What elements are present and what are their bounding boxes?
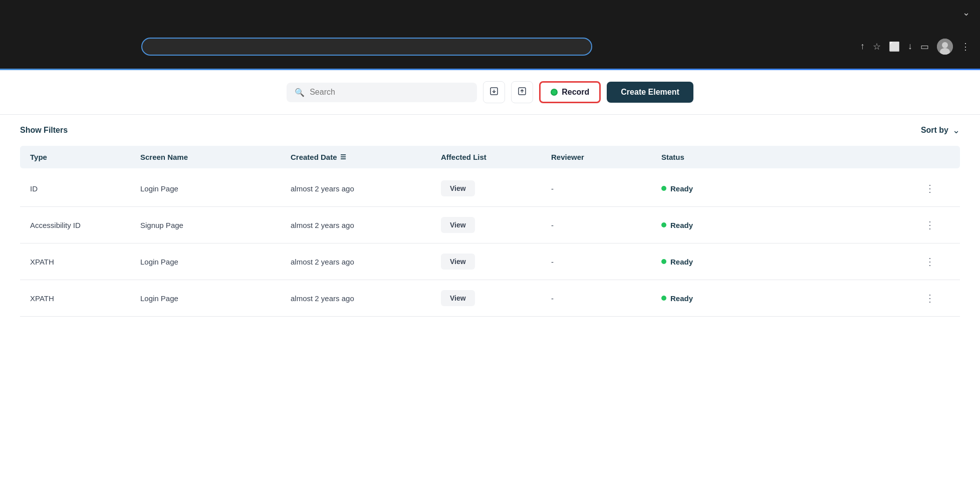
cell-created-date: almost 2 years ago bbox=[291, 294, 441, 303]
status-dot-icon bbox=[661, 259, 666, 264]
cell-affected-list: View bbox=[441, 254, 551, 270]
browser-divider bbox=[0, 69, 980, 70]
sort-by-chevron-icon: ⌄ bbox=[952, 125, 960, 136]
cell-more: ⋮ bbox=[925, 219, 950, 231]
cell-type: Accessibility ID bbox=[30, 221, 140, 229]
cell-status: Ready bbox=[661, 221, 925, 229]
table-row: XPATH Login Page almost 2 years ago View… bbox=[20, 280, 960, 317]
column-header-reviewer: Reviewer bbox=[551, 153, 661, 161]
table-header: Type Screen Name Created Date ☰ Affected… bbox=[20, 146, 960, 168]
avatar[interactable] bbox=[937, 39, 953, 55]
cell-screen-name: Login Page bbox=[140, 294, 291, 303]
column-header-affected-list: Affected List bbox=[441, 153, 551, 161]
cell-reviewer: - bbox=[551, 184, 661, 193]
more-menu-button[interactable]: ⋮ bbox=[925, 182, 935, 194]
column-header-screen-name: Screen Name bbox=[140, 153, 291, 161]
download-icon[interactable]: ↓ bbox=[908, 41, 912, 52]
view-button[interactable]: View bbox=[441, 290, 475, 306]
star-icon[interactable]: ☆ bbox=[873, 41, 881, 52]
cell-affected-list: View bbox=[441, 180, 551, 196]
status-dot-icon bbox=[661, 296, 666, 301]
toolbar: 🔍 Record Create Element bbox=[0, 70, 980, 115]
cell-reviewer: - bbox=[551, 221, 661, 229]
cell-affected-list: View bbox=[441, 217, 551, 233]
column-header-created-date[interactable]: Created Date ☰ bbox=[291, 153, 441, 161]
more-menu-button[interactable]: ⋮ bbox=[925, 219, 935, 231]
show-filters-button[interactable]: Show Filters bbox=[20, 126, 68, 135]
search-input[interactable] bbox=[310, 88, 469, 97]
cell-screen-name: Signup Page bbox=[140, 221, 291, 229]
table-row: XPATH Login Page almost 2 years ago View… bbox=[20, 243, 960, 280]
browser-address-bar: ↑ ☆ ⬜ ↓ ▭ ⋮ bbox=[0, 25, 980, 68]
cell-screen-name: Login Page bbox=[140, 184, 291, 193]
cell-affected-list: View bbox=[441, 290, 551, 306]
table-container: Type Screen Name Created Date ☰ Affected… bbox=[0, 146, 980, 317]
app-content: 🔍 Record Create Element Show Filters Sor… bbox=[0, 70, 980, 494]
more-menu-button[interactable]: ⋮ bbox=[925, 256, 935, 268]
url-input[interactable] bbox=[141, 38, 592, 56]
table-row: Accessibility ID Signup Page almost 2 ye… bbox=[20, 207, 960, 243]
create-element-button[interactable]: Create Element bbox=[607, 82, 693, 103]
import-icon bbox=[489, 86, 499, 99]
record-label: Record bbox=[562, 88, 589, 97]
column-header-type: Type bbox=[30, 153, 140, 161]
browser-actions: ↑ ☆ ⬜ ↓ ▭ ⋮ bbox=[860, 39, 970, 55]
status-text: Ready bbox=[670, 221, 693, 229]
record-button[interactable]: Record bbox=[539, 81, 601, 103]
sort-by-label: Sort by bbox=[921, 126, 948, 135]
cell-status: Ready bbox=[661, 184, 925, 193]
cell-type: XPATH bbox=[30, 258, 140, 266]
cell-more: ⋮ bbox=[925, 182, 950, 194]
filters-bar: Show Filters Sort by ⌄ bbox=[0, 115, 980, 146]
svg-point-1 bbox=[942, 42, 948, 48]
cell-created-date: almost 2 years ago bbox=[291, 258, 441, 266]
sort-by-container[interactable]: Sort by ⌄ bbox=[921, 125, 960, 136]
column-header-actions bbox=[925, 153, 950, 161]
search-icon: 🔍 bbox=[295, 88, 305, 97]
status-text: Ready bbox=[670, 184, 693, 193]
cell-screen-name: Login Page bbox=[140, 258, 291, 266]
create-element-label: Create Element bbox=[621, 88, 679, 96]
export-icon bbox=[517, 86, 527, 99]
status-dot-icon bbox=[661, 222, 666, 227]
cell-more: ⋮ bbox=[925, 256, 950, 268]
cell-reviewer: - bbox=[551, 258, 661, 266]
record-dot-icon bbox=[551, 89, 558, 96]
share-icon[interactable]: ↑ bbox=[860, 41, 865, 52]
status-text: Ready bbox=[670, 258, 693, 266]
puzzle-icon[interactable]: ⬜ bbox=[889, 41, 900, 52]
cell-created-date: almost 2 years ago bbox=[291, 221, 441, 229]
column-header-status: Status bbox=[661, 153, 925, 161]
cell-status: Ready bbox=[661, 294, 925, 303]
browser-chrome: ⌄ ↑ ☆ ⬜ ↓ ▭ ⋮ bbox=[0, 0, 980, 70]
url-input-container bbox=[141, 38, 592, 56]
browser-top-bar: ⌄ bbox=[0, 0, 980, 25]
more-menu-button[interactable]: ⋮ bbox=[925, 292, 935, 304]
cell-more: ⋮ bbox=[925, 292, 950, 304]
view-button[interactable]: View bbox=[441, 254, 475, 270]
cell-status: Ready bbox=[661, 258, 925, 266]
import-button[interactable] bbox=[483, 81, 505, 103]
more-menu-icon[interactable]: ⋮ bbox=[961, 41, 970, 52]
table-row: ID Login Page almost 2 years ago View - … bbox=[20, 170, 960, 207]
chevron-down-icon: ⌄ bbox=[962, 7, 970, 18]
cell-reviewer: - bbox=[551, 294, 661, 303]
created-date-filter-icon: ☰ bbox=[340, 153, 346, 161]
status-text: Ready bbox=[670, 294, 693, 303]
cell-created-date: almost 2 years ago bbox=[291, 184, 441, 193]
cell-type: ID bbox=[30, 184, 140, 193]
view-button[interactable]: View bbox=[441, 180, 475, 196]
search-container: 🔍 bbox=[287, 83, 477, 102]
view-button[interactable]: View bbox=[441, 217, 475, 233]
show-filters-label: Show Filters bbox=[20, 126, 68, 134]
status-dot-icon bbox=[661, 186, 666, 191]
export-button[interactable] bbox=[511, 81, 533, 103]
cell-type: XPATH bbox=[30, 294, 140, 303]
sidebar-toggle-icon[interactable]: ▭ bbox=[920, 41, 929, 52]
